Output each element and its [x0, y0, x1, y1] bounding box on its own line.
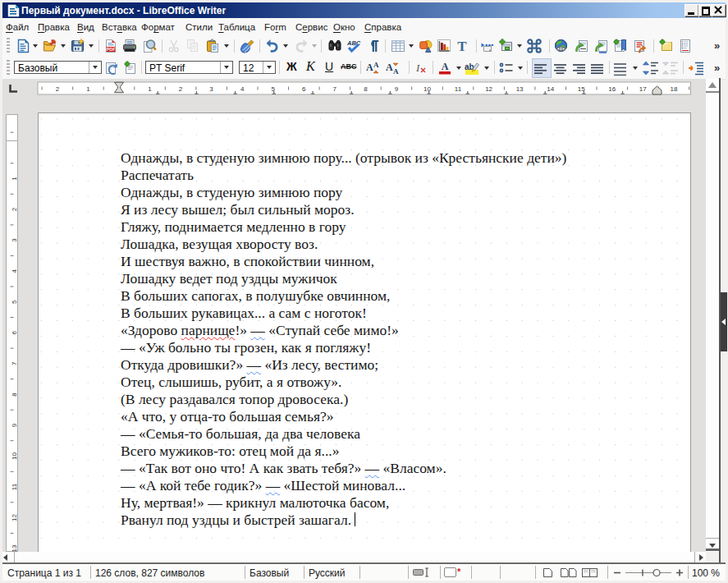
svg-text:17: 17 — [639, 85, 647, 93]
svg-text:6: 6 — [302, 85, 306, 93]
svg-text:I: I — [415, 62, 420, 74]
svg-text:8: 8 — [11, 392, 18, 397]
svg-text:11: 11 — [455, 85, 462, 93]
svg-text:5: 5 — [272, 85, 276, 93]
svg-text:12: 12 — [11, 514, 18, 521]
svg-text:18: 18 — [670, 85, 677, 93]
svg-text:10: 10 — [424, 85, 431, 93]
svg-text:4: 4 — [11, 269, 18, 273]
svg-text:1: 1 — [11, 177, 18, 181]
svg-text:8: 8 — [364, 85, 368, 93]
svg-text:4: 4 — [240, 85, 245, 93]
svg-text:14: 14 — [547, 85, 554, 93]
svg-text:3: 3 — [11, 238, 18, 242]
svg-text:13: 13 — [11, 544, 18, 552]
svg-text:A: A — [386, 62, 393, 73]
svg-text:*: * — [457, 567, 461, 576]
svg-text:10: 10 — [11, 452, 18, 460]
svg-text:A: A — [366, 62, 373, 73]
svg-text:3: 3 — [209, 85, 213, 93]
svg-text:PDF: PDF — [107, 47, 117, 52]
svg-text:12: 12 — [485, 85, 492, 93]
svg-text:5: 5 — [11, 300, 18, 304]
svg-text:13: 13 — [516, 85, 524, 93]
svg-text:A: A — [373, 61, 379, 69]
svg-text:11: 11 — [11, 483, 18, 490]
svg-text:1: 1 — [86, 85, 90, 93]
svg-text:9: 9 — [11, 423, 18, 427]
svg-text:T: T — [457, 39, 467, 53]
svg-text:A: A — [442, 61, 449, 72]
svg-text:16: 16 — [608, 85, 616, 93]
svg-text:2: 2 — [179, 85, 183, 93]
svg-text:2: 2 — [11, 207, 18, 211]
svg-text:9: 9 — [395, 85, 399, 93]
svg-text:7: 7 — [11, 361, 18, 365]
svg-text:A: A — [393, 67, 399, 76]
svg-text:1: 1 — [148, 85, 152, 93]
svg-text:6: 6 — [11, 331, 18, 335]
svg-text:7: 7 — [333, 85, 337, 93]
svg-text:2: 2 — [56, 85, 60, 93]
